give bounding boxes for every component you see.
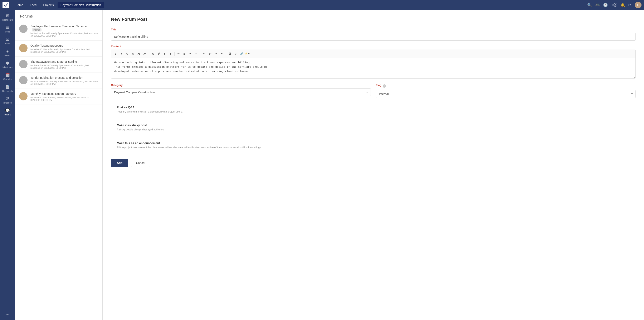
forum-item-meta: by John Marsh in Donnelly Apartments Con… [30, 80, 98, 85]
title-label: Title [111, 28, 636, 31]
emoji-button[interactable]: ☺ [233, 51, 238, 56]
sidebar-item-dashboard[interactable]: ⊞ Dashboard [0, 12, 15, 23]
content-area: Forums Employee Performance Evaluation S… [15, 10, 644, 320]
forum-item-meta: by Helen Collins in Donnelly Apartments … [30, 48, 98, 53]
forum-item-content: Quality Testing procedure by Helen Colli… [30, 44, 98, 53]
flag-label-row: Flag ? [376, 83, 636, 88]
avatar [19, 60, 28, 68]
font-size-button[interactable]: T [162, 51, 167, 56]
announcement-desc: All the project users except the client … [117, 146, 636, 149]
sidebar-item-timesheet[interactable]: ⏱ Timesheet [0, 95, 15, 106]
avatar [19, 24, 28, 33]
link-button[interactable]: 🔗 [239, 51, 244, 56]
plus-icon[interactable]: +Ⓐ [611, 2, 617, 7]
align-center-button[interactable]: ≣ [182, 51, 187, 56]
indent-button[interactable]: ⇥ [213, 51, 218, 56]
forum-item[interactable]: Quality Testing procedure by Helen Colli… [15, 41, 102, 57]
tools-icon[interactable]: ✂ [628, 3, 632, 7]
sidebar-label-timesheet: Timesheet [3, 102, 12, 104]
sidebar-item-issues[interactable]: ◈ Issues [0, 47, 15, 58]
sidebar-item-feed[interactable]: ☰ Feed [0, 23, 15, 34]
toolbar-separator [174, 52, 174, 56]
nav-projects[interactable]: Projects [40, 2, 57, 8]
forum-item[interactable]: Site Excavation and Material sorting by … [15, 57, 102, 73]
category-flag-row: Category Daymart Complex ConstructionDon… [111, 83, 636, 98]
rte-toolbar: B I U S X₂ X² A 🖌 T T̶ ⇤ ≣ ⇥ ≡ [111, 49, 636, 58]
category-select[interactable]: Daymart Complex ConstructionDonnelly Apa… [111, 88, 371, 96]
image-button[interactable]: 🖼 [227, 51, 232, 56]
bell-icon[interactable]: 🔔 [620, 3, 625, 7]
sticky-section: Make it as sticky post A sticky post is … [111, 120, 636, 136]
sidebar-more[interactable]: … [6, 309, 10, 318]
sidebar-item-tasks[interactable]: ☑ Tasks [0, 35, 15, 46]
forum-item[interactable]: Monthly Expenses Report- January by Hele… [15, 89, 102, 105]
dashboard-icon: ⊞ [6, 13, 9, 18]
superscript-button[interactable]: X² [142, 51, 148, 56]
title-input[interactable] [111, 33, 636, 41]
bullet-list-button[interactable]: •≡ [202, 51, 207, 56]
toolbar-separator [149, 52, 149, 56]
action-row: Add Cancel [111, 159, 636, 167]
sidebar-label-feed: Feed [5, 31, 10, 33]
announcement-section: Make this as an announcement All the pro… [111, 138, 636, 154]
milestones-icon: ⬢ [6, 61, 9, 65]
avatar [19, 92, 28, 100]
forum-item[interactable]: Tender publication process and selection… [15, 73, 102, 89]
sticky-checkbox[interactable] [111, 124, 114, 127]
more-button[interactable]: ⚡▼ [245, 51, 250, 56]
add-button[interactable]: Add [111, 159, 128, 167]
nav-home[interactable]: Home [12, 2, 26, 8]
highlight-button[interactable]: 🖌 [156, 51, 162, 56]
search-icon[interactable]: 🔍 [587, 3, 592, 7]
italic-button[interactable]: I [119, 51, 124, 56]
internal-badge: Internal [32, 28, 42, 31]
sidebar-item-milestones[interactable]: ⬢ Milestones [0, 59, 15, 70]
nav-feed[interactable]: Feed [27, 2, 40, 8]
gamepad-icon[interactable]: 🎮 [595, 3, 600, 7]
forum-item-title: Quality Testing procedure [30, 44, 98, 47]
outdent-button[interactable]: ⇤ [219, 51, 224, 56]
content-textarea[interactable]: We are looking into different financing … [111, 58, 636, 78]
sidebar-item-forums[interactable]: 💬 Forums [0, 106, 15, 117]
avatar [19, 76, 28, 84]
subscript-button[interactable]: X₂ [136, 51, 142, 56]
underline-button[interactable]: U [124, 51, 130, 56]
forum-item-meta: by Kavitha Raj in Donnelly Apartments Co… [30, 32, 98, 37]
sidebar: ⊞ Dashboard ☰ Feed ☑ Tasks ◈ Issues ⬢ Mi… [0, 10, 15, 320]
clear-format-button[interactable]: T̶ [168, 51, 173, 56]
sidebar-label-documents: Documents [2, 90, 13, 92]
flag-label: Flag [376, 83, 382, 87]
flag-select[interactable]: InternalPublicPrivate [376, 90, 636, 98]
clock-icon[interactable]: 🕐 [603, 3, 608, 7]
align-right-button[interactable]: ⇥ [188, 51, 193, 56]
content-label: Content [111, 45, 636, 48]
qa-section: Post as Q&A Post a Q&A forum and start a… [111, 102, 636, 118]
forum-item[interactable]: Employee Performance Evaluation Scheme I… [15, 21, 102, 41]
flag-help-icon[interactable]: ? [383, 84, 386, 88]
qa-checkbox[interactable] [111, 106, 114, 109]
numbered-list-button[interactable]: 1≡ [207, 51, 213, 56]
new-forum-panel: New Forum Post Title Content B I U S X₂ … [102, 10, 644, 320]
nav-project-active[interactable]: Daymart Complex Construction [58, 2, 104, 8]
bold-button[interactable]: B [113, 51, 118, 56]
app-logo[interactable] [2, 2, 9, 8]
qa-checkbox-row: Post as Q&A [111, 106, 636, 109]
forum-item-content: Site Excavation and Material sorting by … [30, 60, 98, 69]
align-left-button[interactable]: ⇤ [176, 51, 181, 56]
announcement-checkbox[interactable] [111, 142, 114, 145]
sidebar-label-tasks: Tasks [5, 42, 10, 45]
sticky-label: Make it as sticky post [117, 124, 147, 127]
content-section: Content B I U S X₂ X² A 🖌 T T̶ ⇤ ≣ ⇥ [111, 45, 636, 79]
font-color-button[interactable]: A [150, 51, 156, 56]
sidebar-item-documents[interactable]: 📄 Documents [0, 83, 15, 94]
sidebar-item-calendar[interactable]: 📅 Calendar [0, 71, 15, 82]
category-label: Category [111, 83, 371, 87]
top-navigation: Home Feed Projects Daymart Complex Const… [0, 0, 644, 10]
forums-icon: 💬 [5, 108, 10, 113]
justify-button[interactable]: ≡ [193, 51, 199, 56]
user-avatar[interactable]: U [635, 2, 642, 8]
forum-item-content: Tender publication process and selection… [30, 76, 98, 85]
category-section: Category Daymart Complex ConstructionDon… [111, 83, 371, 98]
cancel-button[interactable]: Cancel [131, 159, 150, 167]
strikethrough-button[interactable]: S [130, 51, 136, 56]
